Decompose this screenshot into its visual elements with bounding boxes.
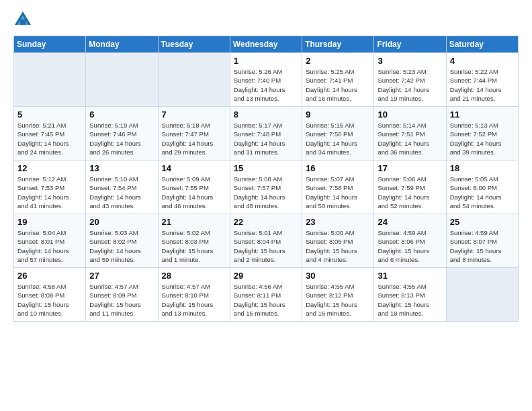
- calendar-cell: 7Sunrise: 5:18 AM Sunset: 7:47 PM Daylig…: [158, 107, 230, 161]
- day-info: Sunrise: 4:55 AM Sunset: 8:13 PM Dayligh…: [378, 282, 442, 318]
- calendar-cell: 31Sunrise: 4:55 AM Sunset: 8:13 PM Dayli…: [374, 268, 446, 322]
- week-row-2: 5Sunrise: 5:21 AM Sunset: 7:45 PM Daylig…: [14, 107, 519, 161]
- day-number: 30: [306, 271, 370, 281]
- day-info: Sunrise: 5:09 AM Sunset: 7:55 PM Dayligh…: [162, 175, 226, 210]
- day-info: Sunrise: 5:08 AM Sunset: 7:57 PM Dayligh…: [234, 175, 298, 210]
- calendar-cell: 20Sunrise: 5:03 AM Sunset: 8:02 PM Dayli…: [86, 214, 158, 268]
- day-info: Sunrise: 5:12 AM Sunset: 7:53 PM Dayligh…: [17, 175, 82, 210]
- weekday-header-wednesday: Wednesday: [230, 36, 302, 53]
- day-number: 29: [234, 271, 298, 281]
- calendar-cell: 8Sunrise: 5:17 AM Sunset: 7:48 PM Daylig…: [230, 107, 302, 161]
- day-number: 1: [234, 56, 298, 66]
- day-number: 27: [89, 271, 154, 281]
- day-number: 31: [378, 271, 442, 281]
- day-number: 19: [17, 217, 82, 227]
- calendar-cell: 19Sunrise: 5:04 AM Sunset: 8:01 PM Dayli…: [14, 214, 86, 268]
- day-number: 13: [89, 163, 154, 173]
- day-info: Sunrise: 4:59 AM Sunset: 8:07 PM Dayligh…: [450, 228, 515, 264]
- day-number: 4: [450, 56, 515, 66]
- day-info: Sunrise: 5:00 AM Sunset: 8:05 PM Dayligh…: [306, 228, 370, 264]
- week-row-3: 12Sunrise: 5:12 AM Sunset: 7:53 PM Dayli…: [14, 161, 519, 214]
- calendar-cell: [158, 53, 230, 107]
- weekday-header-friday: Friday: [374, 36, 446, 53]
- day-info: Sunrise: 5:23 AM Sunset: 7:42 PM Dayligh…: [378, 67, 442, 103]
- weekday-header-sunday: Sunday: [14, 36, 86, 53]
- calendar: SundayMondayTuesdayWednesdayThursdayFrid…: [13, 36, 519, 322]
- calendar-cell: 9Sunrise: 5:15 AM Sunset: 7:50 PM Daylig…: [302, 107, 374, 161]
- header: [13, 10, 519, 29]
- weekday-header-tuesday: Tuesday: [158, 36, 230, 53]
- day-info: Sunrise: 5:17 AM Sunset: 7:48 PM Dayligh…: [234, 121, 298, 156]
- day-info: Sunrise: 4:57 AM Sunset: 8:09 PM Dayligh…: [89, 282, 154, 318]
- day-number: 7: [162, 109, 226, 120]
- calendar-cell: 13Sunrise: 5:10 AM Sunset: 7:54 PM Dayli…: [86, 161, 158, 214]
- day-number: 12: [17, 163, 82, 173]
- calendar-cell: 17Sunrise: 5:06 AM Sunset: 7:59 PM Dayli…: [374, 161, 446, 214]
- week-row-5: 26Sunrise: 4:58 AM Sunset: 8:08 PM Dayli…: [14, 268, 519, 322]
- day-number: 14: [162, 163, 226, 173]
- day-number: 2: [306, 56, 370, 66]
- calendar-cell: [14, 53, 86, 107]
- day-info: Sunrise: 5:01 AM Sunset: 8:04 PM Dayligh…: [234, 228, 298, 264]
- day-number: 28: [162, 271, 226, 281]
- day-number: 3: [378, 56, 442, 66]
- day-info: Sunrise: 5:02 AM Sunset: 8:03 PM Dayligh…: [162, 228, 226, 264]
- calendar-cell: 24Sunrise: 4:59 AM Sunset: 8:06 PM Dayli…: [374, 214, 446, 268]
- calendar-cell: 14Sunrise: 5:09 AM Sunset: 7:55 PM Dayli…: [158, 161, 230, 214]
- calendar-cell: 4Sunrise: 5:22 AM Sunset: 7:44 PM Daylig…: [446, 53, 518, 107]
- calendar-cell: 27Sunrise: 4:57 AM Sunset: 8:09 PM Dayli…: [86, 268, 158, 322]
- calendar-cell: [86, 53, 158, 107]
- calendar-cell: 10Sunrise: 5:14 AM Sunset: 7:51 PM Dayli…: [374, 107, 446, 161]
- calendar-cell: 21Sunrise: 5:02 AM Sunset: 8:03 PM Dayli…: [158, 214, 230, 268]
- day-number: 20: [89, 217, 154, 227]
- logo: [13, 10, 35, 29]
- day-info: Sunrise: 4:59 AM Sunset: 8:06 PM Dayligh…: [378, 228, 442, 264]
- calendar-cell: 25Sunrise: 4:59 AM Sunset: 8:07 PM Dayli…: [446, 214, 518, 268]
- calendar-cell: 22Sunrise: 5:01 AM Sunset: 8:04 PM Dayli…: [230, 214, 302, 268]
- svg-rect-2: [20, 19, 26, 25]
- day-number: 16: [306, 163, 370, 173]
- calendar-cell: 28Sunrise: 4:57 AM Sunset: 8:10 PM Dayli…: [158, 268, 230, 322]
- calendar-cell: [446, 268, 518, 322]
- day-info: Sunrise: 4:58 AM Sunset: 8:08 PM Dayligh…: [17, 282, 82, 318]
- calendar-cell: 15Sunrise: 5:08 AM Sunset: 7:57 PM Dayli…: [230, 161, 302, 214]
- calendar-cell: 1Sunrise: 5:26 AM Sunset: 7:40 PM Daylig…: [230, 53, 302, 107]
- calendar-cell: 3Sunrise: 5:23 AM Sunset: 7:42 PM Daylig…: [374, 53, 446, 107]
- day-number: 15: [234, 163, 298, 173]
- logo-icon: [13, 10, 32, 29]
- day-info: Sunrise: 4:56 AM Sunset: 8:11 PM Dayligh…: [234, 282, 298, 318]
- day-number: 11: [450, 109, 515, 120]
- day-info: Sunrise: 5:13 AM Sunset: 7:52 PM Dayligh…: [450, 121, 515, 156]
- weekday-header-row: SundayMondayTuesdayWednesdayThursdayFrid…: [14, 36, 519, 53]
- day-info: Sunrise: 5:22 AM Sunset: 7:44 PM Dayligh…: [450, 67, 515, 103]
- day-info: Sunrise: 5:03 AM Sunset: 8:02 PM Dayligh…: [89, 228, 154, 264]
- day-info: Sunrise: 4:55 AM Sunset: 8:12 PM Dayligh…: [306, 282, 370, 318]
- day-number: 5: [17, 109, 82, 120]
- day-info: Sunrise: 5:25 AM Sunset: 7:41 PM Dayligh…: [306, 67, 370, 103]
- day-info: Sunrise: 5:18 AM Sunset: 7:47 PM Dayligh…: [162, 121, 226, 156]
- calendar-cell: 29Sunrise: 4:56 AM Sunset: 8:11 PM Dayli…: [230, 268, 302, 322]
- week-row-4: 19Sunrise: 5:04 AM Sunset: 8:01 PM Dayli…: [14, 214, 519, 268]
- week-row-1: 1Sunrise: 5:26 AM Sunset: 7:40 PM Daylig…: [14, 53, 519, 107]
- day-info: Sunrise: 5:06 AM Sunset: 7:59 PM Dayligh…: [378, 175, 442, 210]
- day-number: 25: [450, 217, 515, 227]
- day-info: Sunrise: 5:21 AM Sunset: 7:45 PM Dayligh…: [17, 121, 82, 156]
- day-info: Sunrise: 5:07 AM Sunset: 7:58 PM Dayligh…: [306, 175, 370, 210]
- day-number: 24: [378, 217, 442, 227]
- day-info: Sunrise: 4:57 AM Sunset: 8:10 PM Dayligh…: [162, 282, 226, 318]
- page: SundayMondayTuesdayWednesdayThursdayFrid…: [0, 0, 532, 411]
- calendar-cell: 2Sunrise: 5:25 AM Sunset: 7:41 PM Daylig…: [302, 53, 374, 107]
- calendar-cell: 5Sunrise: 5:21 AM Sunset: 7:45 PM Daylig…: [14, 107, 86, 161]
- day-number: 26: [17, 271, 82, 281]
- calendar-cell: 16Sunrise: 5:07 AM Sunset: 7:58 PM Dayli…: [302, 161, 374, 214]
- day-number: 21: [162, 217, 226, 227]
- day-number: 17: [378, 163, 442, 173]
- calendar-cell: 6Sunrise: 5:19 AM Sunset: 7:46 PM Daylig…: [86, 107, 158, 161]
- calendar-cell: 18Sunrise: 5:05 AM Sunset: 8:00 PM Dayli…: [446, 161, 518, 214]
- calendar-cell: 26Sunrise: 4:58 AM Sunset: 8:08 PM Dayli…: [14, 268, 86, 322]
- weekday-header-thursday: Thursday: [302, 36, 374, 53]
- day-number: 10: [378, 109, 442, 120]
- calendar-cell: 12Sunrise: 5:12 AM Sunset: 7:53 PM Dayli…: [14, 161, 86, 214]
- day-number: 8: [234, 109, 298, 120]
- day-info: Sunrise: 5:15 AM Sunset: 7:50 PM Dayligh…: [306, 121, 370, 156]
